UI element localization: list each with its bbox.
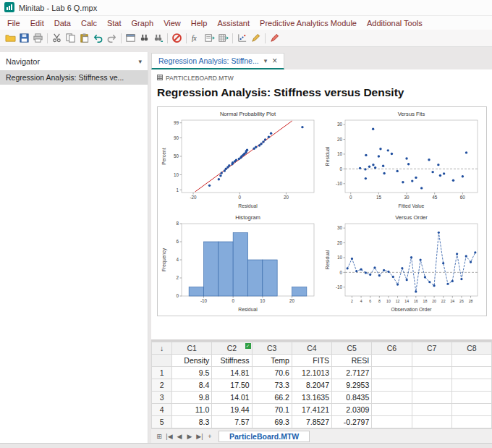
cell-c3-r3[interactable]: 66.2 [252, 392, 292, 404]
next-row-icon[interactable]: ▶ [184, 433, 195, 440]
fx-calculator-icon[interactable]: fx [189, 31, 203, 45]
cell-c5-r1[interactable]: 2.7127 [332, 367, 372, 379]
find-icon[interactable] [137, 31, 151, 45]
variable-name-stiffness[interactable]: Stiffness [212, 355, 252, 367]
session-fold-icon[interactable] [203, 31, 216, 45]
worksheet-corner-direction-arrow[interactable]: ↓ [152, 342, 172, 355]
stop-icon[interactable] [170, 31, 184, 45]
last-dialog-icon[interactable] [124, 31, 137, 45]
add-worksheet-icon[interactable]: + [205, 433, 215, 440]
cell-c1-r4[interactable]: 11.0 [172, 404, 212, 416]
plot-histogram[interactable]: Histogram-100102002468ResidualFrequency [160, 213, 321, 313]
variable-name-resi[interactable]: RESI [332, 355, 372, 367]
worksheet-grid-icon[interactable]: ⊞ [154, 433, 164, 440]
variable-name-fits[interactable]: FITS [292, 355, 331, 367]
tab-chevron-icon[interactable]: ▾ [264, 57, 268, 64]
tab-close-icon[interactable]: × [272, 57, 277, 64]
column-header-c2[interactable]: C2✓ [212, 342, 252, 355]
cell-c4-r1[interactable]: 12.1013 [292, 367, 331, 379]
cell-c1-r3[interactable]: 9.8 [172, 392, 212, 404]
print-icon[interactable] [31, 31, 45, 45]
column-header-c1[interactable]: C1 [172, 342, 212, 355]
cell-c6-r5[interactable] [372, 416, 412, 428]
menu-graph[interactable]: Graph [127, 19, 159, 28]
cell-c7-r1[interactable] [412, 367, 451, 379]
menu-predictive-analytics-module[interactable]: Predictive Analytics Module [255, 19, 362, 28]
cell-c7-r4[interactable] [412, 404, 451, 416]
cell-c6-r4[interactable] [372, 404, 412, 416]
column-header-c4[interactable]: C4 [292, 342, 331, 355]
navigator-item-regression-analysis[interactable]: Regression Analysis: Stiffness ve... [0, 70, 148, 85]
sheet-tab-particleboard[interactable]: ParticleBoard.MTW [219, 431, 310, 442]
cell-c2-r4[interactable]: 19.44 [212, 404, 252, 416]
cell-c4-r2[interactable]: 8.2047 [292, 379, 331, 392]
cell-c5-r5[interactable]: -0.2797 [332, 416, 372, 428]
undo-icon[interactable] [91, 31, 105, 45]
cell-c8-r3[interactable] [451, 392, 491, 404]
menu-file[interactable]: File [2, 19, 25, 28]
cut-icon[interactable] [50, 31, 64, 45]
cell-c3-r4[interactable]: 70.1 [252, 404, 292, 416]
cell-c8-r2[interactable] [451, 379, 491, 392]
variable-name-c7[interactable] [412, 355, 451, 367]
plot-normal-probability[interactable]: Normal Probability Plot-20020110509099Re… [160, 109, 321, 210]
variable-name-c6[interactable] [372, 355, 412, 367]
row-number[interactable]: 1 [152, 367, 172, 379]
last-row-icon[interactable]: ▶| [195, 433, 205, 440]
cell-c2-r2[interactable]: 17.50 [212, 379, 252, 392]
cell-c2-r1[interactable]: 14.81 [212, 367, 252, 379]
residual-plots-figure[interactable]: Normal Probability Plot-20020110509099Re… [157, 106, 487, 316]
row-number[interactable]: 5 [152, 416, 172, 428]
cell-c4-r4[interactable]: 17.4121 [292, 404, 331, 416]
scatterplot-icon[interactable] [235, 31, 249, 45]
brush-icon[interactable] [249, 31, 263, 45]
column-header-c5[interactable]: C5 [332, 342, 372, 355]
menu-edit[interactable]: Edit [25, 19, 49, 28]
cell-c6-r2[interactable] [372, 379, 412, 392]
variable-name-temp[interactable]: Temp [252, 355, 292, 367]
menu-calc[interactable]: Calc [76, 19, 102, 28]
plot-versus-order[interactable]: Versus Order246810121416182022242628-100… [323, 213, 484, 313]
cell-c7-r3[interactable] [412, 392, 451, 404]
cell-c4-r3[interactable]: 13.1635 [292, 392, 331, 404]
menu-data[interactable]: Data [49, 19, 76, 28]
menu-additional-tools[interactable]: Additional Tools [362, 19, 428, 28]
column-header-c7[interactable]: C7 [412, 342, 451, 355]
highlight-icon[interactable] [268, 31, 281, 45]
copy-icon[interactable] [64, 31, 77, 45]
cell-c6-r1[interactable] [372, 367, 412, 379]
plot-versus-fits[interactable]: Versus Fits015304560-100102030Fitted Val… [323, 109, 484, 210]
cell-c1-r5[interactable]: 8.3 [172, 416, 212, 428]
row-number[interactable]: 4 [152, 404, 172, 416]
redo-icon[interactable] [105, 31, 119, 45]
first-row-icon[interactable]: |◀ [164, 433, 174, 440]
cell-c5-r3[interactable]: 0.8435 [332, 392, 372, 404]
cell-c2-r5[interactable]: 7.57 [212, 416, 252, 428]
cell-c3-r5[interactable]: 69.3 [252, 416, 292, 428]
tab-regression-analysis[interactable]: Regression Analysis: Stiffne... ▾ × [151, 53, 284, 69]
cell-c4-r5[interactable]: 7.8527 [292, 416, 331, 428]
cell-c5-r2[interactable]: 9.2953 [332, 379, 372, 392]
navigator-menu-chevron-icon[interactable]: ▾ [138, 58, 142, 65]
cell-c3-r1[interactable]: 70.6 [252, 367, 292, 379]
open-file-icon[interactable] [4, 31, 17, 45]
cell-c1-r2[interactable]: 8.4 [172, 379, 212, 392]
cell-c2-r3[interactable]: 14.01 [212, 392, 252, 404]
column-header-c3[interactable]: C3 [252, 342, 292, 355]
paste-icon[interactable] [77, 31, 91, 45]
replace-icon[interactable] [151, 31, 165, 45]
cell-c8-r5[interactable] [451, 416, 491, 428]
prev-row-icon[interactable]: ◀ [174, 433, 184, 440]
worksheet-fold-icon[interactable] [216, 31, 230, 45]
cell-c7-r5[interactable] [412, 416, 451, 428]
cell-c8-r1[interactable] [451, 367, 491, 379]
menu-assistant[interactable]: Assistant [212, 19, 255, 28]
cell-c5-r4[interactable]: 2.0309 [332, 404, 372, 416]
cell-c8-r4[interactable] [451, 404, 491, 416]
menu-stat[interactable]: Stat [102, 19, 127, 28]
menu-help[interactable]: Help [186, 19, 213, 28]
menu-view[interactable]: View [158, 19, 186, 28]
cell-c1-r1[interactable]: 9.5 [172, 367, 212, 379]
save-file-icon[interactable] [17, 31, 31, 45]
row-number[interactable]: 3 [152, 392, 172, 404]
